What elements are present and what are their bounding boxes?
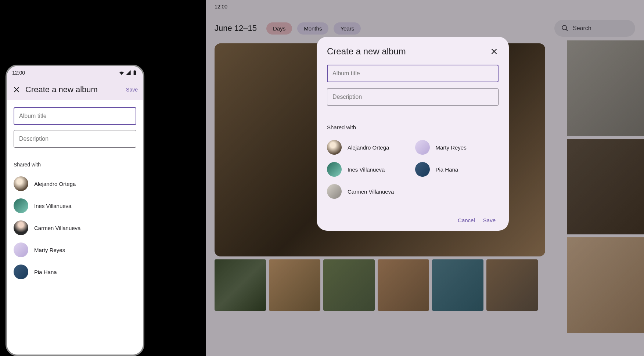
photo-thumbnail[interactable] [432,259,483,311]
save-button[interactable]: Save [126,87,138,93]
person-name-label: Ines Villanueva [34,203,71,209]
appbar-title: Create a new album [25,85,122,94]
person-name-label: Pia Hana [436,166,458,173]
description-input[interactable] [327,88,499,106]
photo-thumbnail[interactable] [378,259,429,311]
person-name-label: Alejandro Ortega [348,144,389,151]
close-icon[interactable] [490,47,499,56]
avatar [327,162,342,177]
photo-thumbnail[interactable] [486,259,538,311]
photo-thumbnail[interactable] [269,259,320,311]
person-name-label: Alejandro Ortega [34,181,76,187]
close-icon[interactable] [12,85,21,94]
save-button[interactable]: Save [483,217,496,223]
photo-thumbnail[interactable] [567,40,644,136]
shared-with-grid: Alejandro OrtegaMarty ReyesInes Villanue… [327,136,499,202]
shared-with-list: Alejandro OrtegaInes VillanuevaCarmen Vi… [14,173,136,283]
avatar [14,242,28,257]
person-row[interactable]: Alejandro Ortega [14,173,136,195]
photo-thumbnail[interactable] [567,237,644,333]
person-name-label: Pia Hana [34,269,57,275]
avatar [327,140,342,155]
tablet-statusbar: 12:00 [206,0,644,13]
search-placeholder: Search [573,25,591,32]
person-name-label: Ines Villanueva [348,166,385,173]
phone-appbar: Create a new album Save [7,79,143,100]
avatar [327,184,342,199]
dialog-actions: Cancel Save [327,217,499,223]
avatar [415,140,430,155]
photo-thumbnail[interactable] [567,139,644,234]
statusbar-icons [119,70,138,76]
avatar [14,176,28,191]
avatar [14,265,28,279]
person-name-label: Marty Reyes [34,247,65,253]
description-input[interactable] [14,130,136,148]
person-row[interactable]: Marty Reyes [14,239,136,261]
avatar [14,198,28,213]
search-icon [561,24,569,32]
shared-with-label: Shared with [327,124,499,130]
phone-screen: 12:00 Create a new album Save Shared wit… [7,66,143,355]
chip-years[interactable]: Years [334,22,361,35]
svg-point-0 [562,25,566,30]
album-title-input[interactable] [14,107,136,125]
person-row[interactable]: Carmen Villanueva [327,180,411,202]
photo-thumbnail[interactable] [323,259,375,311]
search-field[interactable]: Search [554,20,635,37]
person-name-label: Carmen Villanueva [34,225,80,231]
cancel-button[interactable]: Cancel [458,217,475,223]
statusbar-time: 12:00 [215,4,227,10]
wifi-icon [119,70,125,76]
right-photo-column [567,40,644,333]
phone-device-frame: 12:00 Create a new album Save Shared wit… [6,65,144,356]
shared-with-label: Shared with [14,162,136,168]
person-row[interactable]: Pia Hana [14,261,136,283]
person-row[interactable]: Pia Hana [415,158,499,180]
create-album-dialog: Create a new album Shared with Alejandro… [317,37,509,231]
chip-days[interactable]: Days [266,22,292,35]
person-name-label: Marty Reyes [436,144,467,151]
phone-statusbar: 12:00 [7,66,143,79]
person-row[interactable]: Ines Villanueva [14,195,136,217]
dialog-header: Create a new album [327,46,499,57]
album-title-input[interactable] [327,65,499,82]
battery-icon [132,70,138,76]
person-row[interactable]: Carmen Villanueva [14,217,136,239]
person-row[interactable]: Alejandro Ortega [327,136,411,158]
person-row[interactable]: Ines Villanueva [327,158,411,180]
dialog-title: Create a new album [327,46,406,57]
avatar [415,162,430,177]
chip-months[interactable]: Months [297,22,328,35]
photo-thumbnail[interactable] [215,259,266,311]
tablet-screen: 12:00 June 12–15 Days Months Years Searc… [206,0,644,356]
signal-icon [125,70,131,76]
date-range-title: June 12–15 [215,24,257,33]
person-name-label: Carmen Villanueva [348,188,394,195]
statusbar-time: 12:00 [12,70,25,76]
person-row[interactable]: Marty Reyes [415,136,499,158]
avatar [14,220,28,235]
phone-content: Shared with Alejandro OrtegaInes Villanu… [7,100,143,290]
